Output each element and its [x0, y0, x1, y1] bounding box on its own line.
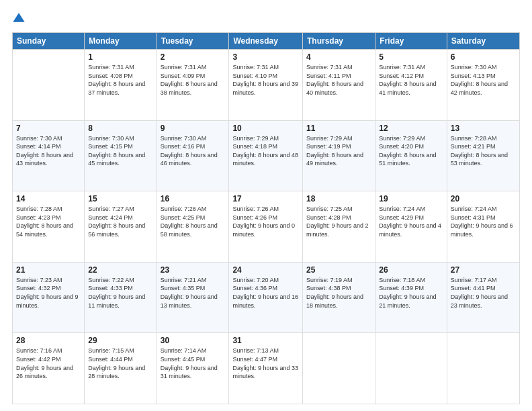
cell-content: Sunrise: 7:30 AMSunset: 4:13 PMDaylight:… [451, 63, 516, 97]
cell-content: Sunrise: 7:16 AMSunset: 4:42 PMDaylight:… [16, 347, 81, 380]
calendar-cell [375, 333, 447, 404]
day-number: 12 [379, 124, 443, 133]
day-header-tuesday: Tuesday [157, 33, 229, 50]
calendar-cell: 15Sunrise: 7:27 AMSunset: 4:24 PMDayligh… [85, 191, 157, 263]
day-header-wednesday: Wednesday [229, 33, 303, 50]
day-number: 7 [16, 124, 81, 133]
day-number: 11 [306, 124, 371, 133]
calendar-cell [303, 333, 375, 404]
calendar-cell: 9Sunrise: 7:30 AMSunset: 4:16 PMDaylight… [157, 120, 229, 191]
week-row-1: 1Sunrise: 7:31 AMSunset: 4:08 PMDaylight… [13, 50, 520, 121]
calendar-cell: 18Sunrise: 7:25 AMSunset: 4:28 PMDayligh… [303, 191, 375, 263]
logo-icon [12, 12, 26, 26]
calendar-cell: 12Sunrise: 7:29 AMSunset: 4:20 PMDayligh… [375, 120, 447, 191]
day-number: 13 [451, 124, 516, 133]
header-row: SundayMondayTuesdayWednesdayThursdayFrid… [13, 33, 520, 50]
week-row-3: 14Sunrise: 7:28 AMSunset: 4:23 PMDayligh… [13, 191, 520, 263]
day-number: 5 [379, 52, 443, 62]
calendar-cell: 24Sunrise: 7:20 AMSunset: 4:36 PMDayligh… [229, 262, 303, 333]
day-header-monday: Monday [85, 33, 157, 50]
day-number: 25 [306, 265, 371, 275]
cell-content: Sunrise: 7:31 AMSunset: 4:08 PMDaylight:… [88, 63, 152, 97]
calendar-cell: 6Sunrise: 7:30 AMSunset: 4:13 PMDaylight… [447, 50, 519, 121]
calendar-page: SundayMondayTuesdayWednesdayThursdayFrid… [0, 0, 532, 411]
day-number: 29 [88, 336, 152, 345]
calendar-cell: 25Sunrise: 7:19 AMSunset: 4:38 PMDayligh… [303, 262, 375, 333]
cell-content: Sunrise: 7:29 AMSunset: 4:20 PMDaylight:… [379, 134, 443, 168]
cell-content: Sunrise: 7:24 AMSunset: 4:31 PMDaylight:… [451, 205, 516, 238]
calendar-cell [13, 50, 85, 121]
calendar-cell: 29Sunrise: 7:15 AMSunset: 4:44 PMDayligh… [85, 333, 157, 404]
day-number: 4 [306, 52, 371, 62]
day-number: 26 [379, 265, 443, 275]
day-number: 23 [161, 265, 226, 275]
cell-content: Sunrise: 7:30 AMSunset: 4:15 PMDaylight:… [88, 134, 152, 168]
day-number: 3 [232, 52, 299, 62]
cell-content: Sunrise: 7:24 AMSunset: 4:29 PMDaylight:… [379, 205, 443, 238]
calendar-cell: 13Sunrise: 7:28 AMSunset: 4:21 PMDayligh… [447, 120, 519, 191]
day-number: 14 [16, 194, 81, 203]
day-number: 17 [232, 194, 299, 203]
day-number: 28 [16, 336, 81, 345]
day-header-saturday: Saturday [447, 33, 519, 50]
day-number: 30 [161, 336, 226, 345]
calendar-cell: 20Sunrise: 7:24 AMSunset: 4:31 PMDayligh… [447, 191, 519, 263]
day-number: 15 [88, 194, 152, 203]
cell-content: Sunrise: 7:29 AMSunset: 4:18 PMDaylight:… [232, 134, 299, 168]
cell-content: Sunrise: 7:25 AMSunset: 4:28 PMDaylight:… [306, 205, 371, 238]
calendar-cell: 23Sunrise: 7:21 AMSunset: 4:35 PMDayligh… [157, 262, 229, 333]
cell-content: Sunrise: 7:27 AMSunset: 4:24 PMDaylight:… [88, 205, 152, 238]
day-number: 9 [161, 124, 226, 133]
calendar-cell: 30Sunrise: 7:14 AMSunset: 4:45 PMDayligh… [157, 333, 229, 404]
cell-content: Sunrise: 7:17 AMSunset: 4:41 PMDaylight:… [451, 276, 516, 310]
calendar-cell: 19Sunrise: 7:24 AMSunset: 4:29 PMDayligh… [375, 191, 447, 263]
day-number: 20 [451, 194, 516, 203]
calendar-cell [447, 333, 519, 404]
cell-content: Sunrise: 7:20 AMSunset: 4:36 PMDaylight:… [232, 276, 299, 310]
cell-content: Sunrise: 7:15 AMSunset: 4:44 PMDaylight:… [88, 347, 152, 380]
calendar-cell: 4Sunrise: 7:31 AMSunset: 4:11 PMDaylight… [303, 50, 375, 121]
cell-content: Sunrise: 7:14 AMSunset: 4:45 PMDaylight:… [161, 347, 226, 380]
calendar-cell: 31Sunrise: 7:13 AMSunset: 4:47 PMDayligh… [229, 333, 303, 404]
header [12, 12, 520, 26]
calendar-cell: 22Sunrise: 7:22 AMSunset: 4:33 PMDayligh… [85, 262, 157, 333]
cell-content: Sunrise: 7:19 AMSunset: 4:38 PMDaylight:… [306, 276, 371, 310]
calendar-cell: 16Sunrise: 7:26 AMSunset: 4:25 PMDayligh… [157, 191, 229, 263]
day-number: 16 [161, 194, 226, 203]
day-number: 24 [232, 265, 299, 275]
calendar-cell: 11Sunrise: 7:29 AMSunset: 4:19 PMDayligh… [303, 120, 375, 191]
calendar-cell: 8Sunrise: 7:30 AMSunset: 4:15 PMDaylight… [85, 120, 157, 191]
calendar-cell: 27Sunrise: 7:17 AMSunset: 4:41 PMDayligh… [447, 262, 519, 333]
day-header-thursday: Thursday [303, 33, 375, 50]
calendar-cell: 5Sunrise: 7:31 AMSunset: 4:12 PMDaylight… [375, 50, 447, 121]
day-number: 19 [379, 194, 443, 203]
calendar-table: SundayMondayTuesdayWednesdayThursdayFrid… [12, 32, 520, 404]
cell-content: Sunrise: 7:13 AMSunset: 4:47 PMDaylight:… [232, 347, 299, 380]
day-number: 31 [232, 336, 299, 345]
day-number: 27 [451, 265, 516, 275]
calendar-cell: 28Sunrise: 7:16 AMSunset: 4:42 PMDayligh… [13, 333, 85, 404]
week-row-5: 28Sunrise: 7:16 AMSunset: 4:42 PMDayligh… [13, 333, 520, 404]
day-number: 21 [16, 265, 81, 275]
cell-content: Sunrise: 7:28 AMSunset: 4:23 PMDaylight:… [16, 205, 81, 238]
week-row-4: 21Sunrise: 7:23 AMSunset: 4:32 PMDayligh… [13, 262, 520, 333]
calendar-cell: 2Sunrise: 7:31 AMSunset: 4:09 PMDaylight… [157, 50, 229, 121]
cell-content: Sunrise: 7:22 AMSunset: 4:33 PMDaylight:… [88, 276, 152, 310]
logo [12, 12, 28, 26]
day-number: 22 [88, 265, 152, 275]
calendar-cell: 1Sunrise: 7:31 AMSunset: 4:08 PMDaylight… [85, 50, 157, 121]
cell-content: Sunrise: 7:26 AMSunset: 4:26 PMDaylight:… [232, 205, 299, 238]
cell-content: Sunrise: 7:30 AMSunset: 4:14 PMDaylight:… [16, 134, 81, 168]
cell-content: Sunrise: 7:23 AMSunset: 4:32 PMDaylight:… [16, 276, 81, 310]
cell-content: Sunrise: 7:30 AMSunset: 4:16 PMDaylight:… [161, 134, 226, 168]
calendar-cell: 7Sunrise: 7:30 AMSunset: 4:14 PMDaylight… [13, 120, 85, 191]
calendar-cell: 21Sunrise: 7:23 AMSunset: 4:32 PMDayligh… [13, 262, 85, 333]
calendar-cell: 14Sunrise: 7:28 AMSunset: 4:23 PMDayligh… [13, 191, 85, 263]
calendar-cell: 10Sunrise: 7:29 AMSunset: 4:18 PMDayligh… [229, 120, 303, 191]
cell-content: Sunrise: 7:31 AMSunset: 4:10 PMDaylight:… [232, 63, 299, 97]
day-number: 18 [306, 194, 371, 203]
day-number: 8 [88, 124, 152, 133]
day-number: 6 [451, 52, 516, 62]
cell-content: Sunrise: 7:21 AMSunset: 4:35 PMDaylight:… [161, 276, 226, 310]
cell-content: Sunrise: 7:31 AMSunset: 4:11 PMDaylight:… [306, 63, 371, 97]
